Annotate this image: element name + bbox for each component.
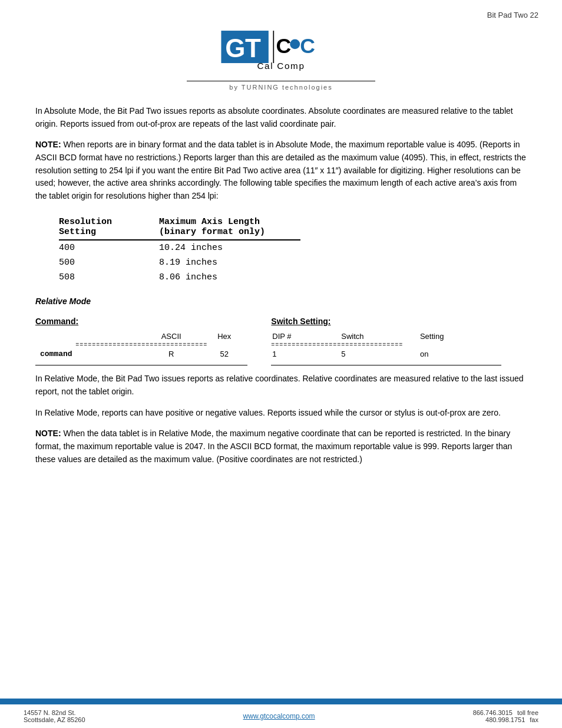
footer: 14557 N. 82nd St. Scottsdale, AZ 85260 w… xyxy=(0,702,562,728)
relative-para2: In Relative Mode, reports can have posit… xyxy=(35,407,527,420)
dip-data-row: 1 5 on xyxy=(271,348,501,360)
svg-text:C: C xyxy=(300,34,315,58)
command-table: ASCII Hex ==============================… xyxy=(35,331,247,366)
intro-paragraph: In Absolute Mode, the Bit Pad Two issues… xyxy=(35,105,527,130)
relative-para1: In Relative Mode, the Bit Pad Two issues… xyxy=(35,373,527,398)
content-area: In Absolute Mode, the Bit Pad Two issues… xyxy=(0,95,562,587)
footer-website[interactable]: www.gtcocalcomp.com xyxy=(243,712,315,720)
footer-contact: 866.746.3015 toll free 480.998.1751 fax xyxy=(473,709,538,723)
footer-phone1-row: 866.746.3015 toll free xyxy=(473,709,538,716)
dip-bottom-row xyxy=(271,360,501,365)
cmd-row-ascii: R xyxy=(141,348,201,360)
dip-col-setting: Setting xyxy=(419,331,501,342)
cmd-bottom-row xyxy=(35,360,247,365)
logo-section: G T C C Cal Comp by TURNING technologies xyxy=(0,19,562,95)
note1-text: When reports are in binary format and th… xyxy=(35,140,526,200)
note2-prefix: NOTE: xyxy=(35,429,61,438)
note1-prefix: NOTE: xyxy=(35,140,61,149)
footer-fax-label: fax xyxy=(530,716,538,723)
dip-row-dip: 1 xyxy=(271,348,340,360)
resolution-table: ResolutionSetting Maximum Axis Length(bi… xyxy=(59,215,300,285)
footer-phone2: 480.998.1751 xyxy=(485,716,525,723)
svg-point-5 xyxy=(290,39,300,49)
note2-paragraph: NOTE: When the data tablet is in Relativ… xyxy=(35,427,527,466)
max-500: 8.19 inches xyxy=(159,255,300,270)
logo-container: G T C C Cal Comp xyxy=(216,25,346,78)
dip-header-row: DIP # Switch Setting xyxy=(271,331,501,342)
max-508: 8.06 inches xyxy=(159,270,300,285)
cmd-row-label: command xyxy=(35,348,141,360)
note1-paragraph: NOTE: When reports are in binary format … xyxy=(35,139,527,202)
table-row: 508 8.06 inches xyxy=(59,270,300,285)
table-row: 500 8.19 inches xyxy=(59,255,300,270)
footer-address: 14557 N. 82nd St. Scottsdale, AZ 85260 xyxy=(24,709,85,723)
svg-text:G: G xyxy=(225,34,245,62)
svg-text:Comp: Comp xyxy=(277,61,305,71)
resolution-header-row: ResolutionSetting Maximum Axis Length(bi… xyxy=(59,215,300,239)
cmd-header-row: ASCII Hex xyxy=(35,331,247,342)
page-header: Bit Pad Two 22 xyxy=(0,0,562,19)
svg-text:C: C xyxy=(276,34,292,58)
dip-row-setting: on xyxy=(419,348,501,360)
cmd-hash-row: ================================ xyxy=(35,342,247,348)
col-resolution-header: ResolutionSetting xyxy=(59,215,159,239)
dip-hash-line: ================================ xyxy=(271,342,501,348)
command-block: Command: ASCII Hex =====================… xyxy=(35,317,271,366)
footer-address1: 14557 N. 82nd St. xyxy=(24,709,85,716)
page-title: Bit Pad Two 22 xyxy=(487,11,538,19)
dip-table: DIP # Switch Setting ===================… xyxy=(271,331,501,366)
dip-col-dip: DIP # xyxy=(271,331,340,342)
dip-hash-row: ================================ xyxy=(271,342,501,348)
page-wrapper: Bit Pad Two 22 G T C C Cal Comp xyxy=(0,0,562,728)
switch-block: Switch Setting: DIP # Switch Setting ===… xyxy=(271,317,527,366)
footer-phone1: 866.746.3015 xyxy=(473,709,513,716)
switch-label: Switch Setting: xyxy=(271,317,527,326)
cmd-ascii-header: ASCII xyxy=(141,331,201,342)
byline: by TURNING technologies xyxy=(229,84,332,91)
dip-row-switch: 5 xyxy=(340,348,419,360)
cmd-data-row: command R 52 xyxy=(35,348,247,360)
svg-text:Cal: Cal xyxy=(257,61,273,71)
res-500: 500 xyxy=(59,255,159,270)
note2-text: When the data tablet is in Relative Mode… xyxy=(35,429,512,463)
dip-col-switch: Switch xyxy=(340,331,419,342)
footer-address2: Scottsdale, AZ 85260 xyxy=(24,716,85,723)
cmd-row-hex: 52 xyxy=(201,348,247,360)
cmd-hex-header: Hex xyxy=(201,331,247,342)
footer-tollfree-label: toll free xyxy=(517,709,538,716)
cmd-empty-header xyxy=(35,331,141,342)
svg-text:T: T xyxy=(245,34,261,62)
col-max-axis-header: Maximum Axis Length(binary format only) xyxy=(159,215,300,239)
table-row: 400 10.24 inches xyxy=(59,241,300,255)
logo-divider xyxy=(187,81,375,81)
max-400: 10.24 inches xyxy=(159,241,300,255)
res-400: 400 xyxy=(59,241,159,255)
command-label: Command: xyxy=(35,317,271,326)
res-508: 508 xyxy=(59,270,159,285)
gtco-calcomp-logo: G T C C Cal Comp xyxy=(216,25,346,78)
command-switch-row: Command: ASCII Hex =====================… xyxy=(35,317,527,366)
footer-phone2-row: 480.998.1751 fax xyxy=(485,716,538,723)
relative-mode-heading: Relative Mode xyxy=(35,297,527,306)
cmd-hash-line: ================================ xyxy=(35,342,247,348)
